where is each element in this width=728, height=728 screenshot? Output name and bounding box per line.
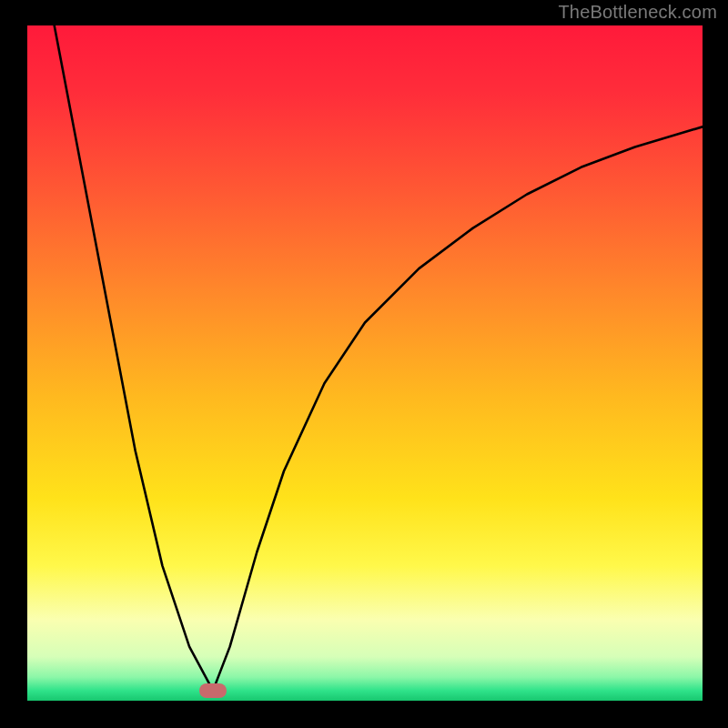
watermark-text: TheBottleneck.com xyxy=(558,2,717,23)
curve-layer xyxy=(27,25,703,701)
plot-area xyxy=(27,25,703,701)
cusp-marker xyxy=(199,683,227,698)
chart-frame: TheBottleneck.com xyxy=(0,0,728,728)
bottleneck-curve xyxy=(55,25,703,691)
